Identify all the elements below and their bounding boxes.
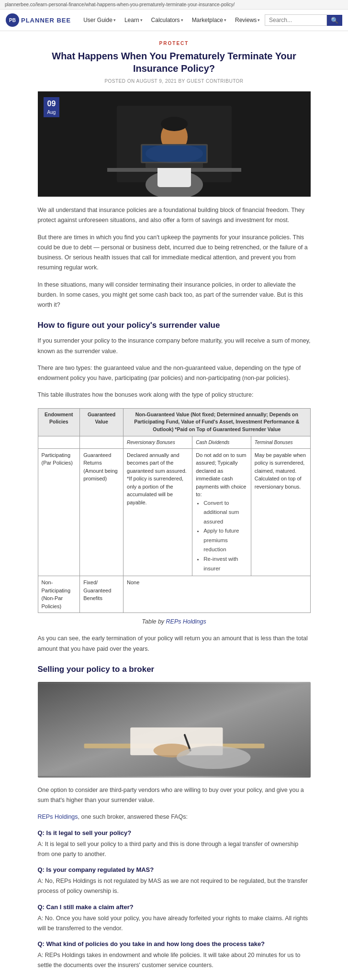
body-para-2: But there are times in which you find yo… [38,233,311,273]
table-row-nonpar-col2: Fixed/ Guaranteed Benefits [80,576,123,613]
table-row-par-col1: Participating (Par Policies) [38,448,80,576]
table-col2-header: Guaranteed Value [80,408,123,436]
faq-q2: Q: Is your company regulated by MAS? [38,866,311,873]
table-row-par-col2: Guaranteed Returns (Amount being promise… [80,448,123,576]
chevron-down-icon: ▾ [113,18,116,22]
table-row-nonpar-col1: Non-Participating (Non-Par Policies) [38,576,80,613]
reps-holdings-link-2[interactable]: REPs Holdings [38,813,78,820]
article-title: What Happens When You Prematurely Termin… [38,50,311,75]
nav-learn[interactable]: Learn ▾ [121,15,146,25]
logo-text: PLANNER BEE [21,17,71,24]
section1-para-2: There are two types: the guaranteed valu… [38,363,311,384]
chevron-down-icon: ▾ [181,18,183,22]
post-table-para: As you can see, the early termination of… [38,634,311,654]
article-meta: POSTED ON AUGUST 9, 2021 BY GUEST CONTRI… [38,78,311,84]
svg-point-11 [146,144,203,163]
article-image-2 [38,682,311,778]
date-badge: 09 Aug [44,97,60,117]
faq-q1: Q: Is it legal to sell your policy? [38,829,311,836]
chevron-down-icon: ▾ [224,18,226,22]
search-input[interactable] [265,14,327,26]
faq-q3: Q: Can I still make a claim after? [38,903,311,911]
body-para-3: In these situations, many will consider … [38,280,311,311]
article-category: PROTECT [38,41,311,46]
faq-a1: A: It is legal to sell your policy to a … [38,839,311,860]
hero-svg [79,91,270,197]
sub-header-terminal: Terminal Bonuses [251,436,310,448]
article-body: We all understand that insurance policie… [38,205,311,980]
navigation: PB PLANNER BEE User Guide ▾ Learn ▾ Calc… [0,10,348,31]
table-row-nonpar-col3: None [123,576,310,613]
broker-svg [38,682,311,778]
chevron-down-icon: ▾ [258,18,260,22]
faq-q4: Q: What kind of policies do you take in … [38,940,311,947]
table-row-par-col5: May be payable when policy is surrendere… [251,448,310,576]
sub-header-reversionary: Reversionary Bonuses [123,436,192,448]
sub-header-cash: Cash Dividends [192,436,251,448]
nav-user-guide[interactable]: User Guide ▾ [79,15,120,25]
section1-heading: How to figure out your policy's surrende… [38,321,311,330]
section2-para-2: REPs Holdings, one such broker, answered… [38,812,311,822]
logo[interactable]: PB PLANNER BEE [6,13,71,27]
nav-marketplace[interactable]: Marketplace ▾ [188,15,230,25]
chevron-down-icon: ▾ [140,18,143,22]
faq-a2: A: No, REPs Holdings is not regulated by… [38,876,311,897]
table-col1-header: Endowment Policies [38,408,80,436]
faq-a4: A: REPs Holdings takes in endowment and … [38,950,311,971]
reps-holdings-link[interactable]: REPs Holdings [166,618,206,625]
section2-heading: Selling your policy to a broker [38,665,311,674]
section2-para-1: One option to consider are third-party v… [38,785,311,806]
search-button[interactable]: 🔍 [327,15,342,26]
table-row-par-col3: Declared annually and becomes part of th… [123,448,192,576]
search-form: 🔍 [265,14,342,26]
nav-links: User Guide ▾ Learn ▾ Calculators ▾ Marke… [79,15,265,25]
url-bar: plannerbee.co/learn-personal-finance/wha… [0,0,348,10]
section1-para-1: If you surrender your policy to the insu… [38,336,311,356]
logo-icon: PB [6,13,19,27]
url-text: plannerbee.co/learn-personal-finance/wha… [5,2,235,7]
table-row-par-col4: Do not add on to sum assured; Typically … [192,448,251,576]
faq-a3: A: No. Once you have sold your policy, y… [38,913,311,934]
table-col3-header: Non-Guaranteed Value (Not fixed; Determi… [123,408,310,436]
svg-point-18 [176,746,250,769]
svg-point-7 [161,117,188,131]
section1-para-3: This table illustrates how the bonuses w… [38,390,311,400]
body-para-1: We all understand that insurance policie… [38,205,311,226]
nav-calculators[interactable]: Calculators ▾ [147,15,187,25]
table-caption: Table by REPs Holdings [38,617,311,627]
hero-image: 09 Aug [38,91,311,197]
article-container: PROTECT What Happens When You Prematurel… [33,31,315,980]
article-footnote: This article is a guest contribution by … [38,978,311,980]
nav-reviews[interactable]: Reviews ▾ [231,15,264,25]
policy-table: Endowment Policies Guaranteed Value Non-… [38,408,311,613]
